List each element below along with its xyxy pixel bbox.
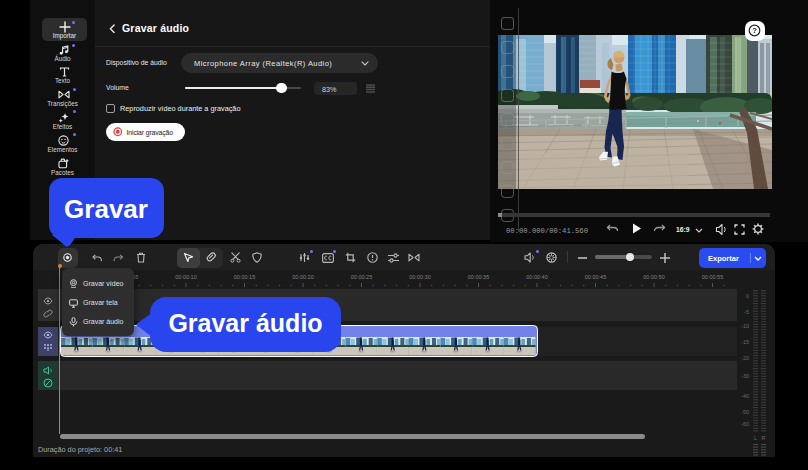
svg-text:-15: -15 [741, 339, 749, 345]
svg-text:-40: -40 [741, 393, 749, 399]
svg-text:-30: -30 [741, 373, 749, 379]
svg-text:-60: -60 [741, 421, 749, 427]
svg-text:-20: -20 [741, 355, 749, 361]
svg-text:-5: -5 [744, 309, 749, 315]
svg-text:-10: -10 [741, 323, 749, 329]
svg-text:?: ? [752, 26, 757, 35]
svg-text:0: 0 [746, 293, 749, 299]
svg-text:-50: -50 [741, 409, 749, 415]
svg-text:L: L [754, 435, 757, 441]
svg-text:R: R [762, 435, 766, 441]
